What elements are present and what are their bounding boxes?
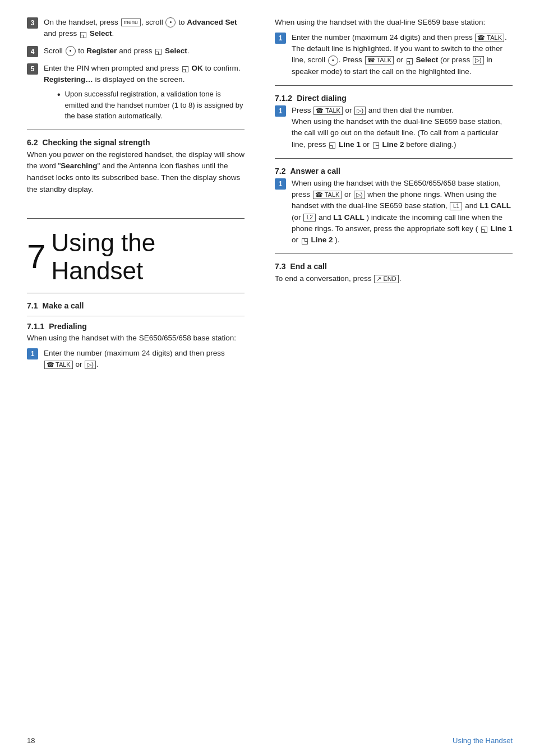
predialing-step-1: 1 Enter the number (maximum 24 digits) a… [27,348,245,371]
step1-or-text: or [75,360,82,368]
select-label-3: Select [90,29,112,38]
bullet-dot-1: • [57,89,61,101]
step-5: 5 Enter the PIN when prompted and press … [27,63,245,122]
scroll-icon: • [165,17,176,27]
step72-text5: ). [335,236,339,244]
step72-text3b: and [319,213,331,222]
step-4: 4 Scroll • to Register and press ◱ Selec… [27,45,245,57]
step4-and-text: and press [119,47,152,55]
softkey-left-icon-5: ◱ [182,64,189,72]
softkey-select-right: ◱ [406,57,413,64]
l1call-label-72: L1 CALL [480,201,511,210]
step4-scroll-text: Scroll [44,47,63,55]
section-72-title: Answer a call [290,167,340,176]
talk-icon-72: ☎ TALK [313,191,342,199]
step712-body2: before dialing.) [406,140,456,149]
scroll-icon-4: • [66,46,76,56]
advanced-set-label: Advanced Set [187,18,237,26]
talk-icon-right: ☎ TALK [475,34,504,42]
right-step1-text4: (or press [440,56,470,64]
footer: 18 Using the Handset [0,736,535,745]
step3-pre-text: On the handset, press [44,18,118,26]
step712-or: or [345,106,352,114]
right-step1-or: or [396,56,403,64]
section-72-number: 7.2 [275,167,285,176]
step5-enter-text: Enter the PIN when prompted and press [44,64,179,72]
line2-label-72: Line 2 [311,236,333,244]
answer-step-1-badge: 1 [275,178,286,190]
step3-mid-text: to [178,18,185,26]
divider-4 [27,316,245,316]
section-73: 7.3 End a call To end a conversation, pr… [275,262,513,285]
right-predialing-intro: When using the handset with the dual-lin… [275,17,513,29]
talk-icon-left: ☎ TALK [44,361,73,369]
section-71-header: 7.1 Make a call [27,301,245,310]
footer-section-title: Using the Handset [453,736,513,745]
speaker-icon-712: ▷) [354,107,366,115]
softkey-line1-712: ◱ [329,141,336,149]
section-62-title: Checking the signal strength [42,138,150,147]
softkey-left-icon: ◱ [80,30,87,38]
ok-label: OK [191,64,202,72]
select-right: Select [416,56,438,64]
section-712: 7.1.2 Direct dialing 1 Press ☎ TALK or ▷… [275,94,513,150]
step72-or2: (or [292,213,301,222]
section-712-title: Direct dialing [297,94,347,103]
softkey-line2-712: ◰ [372,141,380,149]
chapter-7-title: Using the Handset [51,229,245,285]
section-711-number: 7.1.1 [27,322,44,331]
register-label: Register [86,47,117,55]
step5-confirm-text: to confirm. [205,64,240,72]
section-72-header: 7.2 Answer a call [275,167,513,176]
section-62: 6.2 Checking the signal strength When yo… [27,138,245,196]
talk-icon-712: ☎ TALK [313,107,343,115]
right-step1-text3: Press [343,56,362,64]
bullet-text-1: Upon successful registration, a validati… [65,89,245,122]
step-5-badge: 5 [27,63,38,75]
line1-label-712: Line 1 [339,140,361,149]
predialing-step-1-badge: 1 [27,348,38,359]
direct-dial-step-1-content: Press ☎ TALK or ▷) and then dial the num… [292,105,513,150]
section-71: 7.1 Make a call [27,301,245,310]
step-4-content: Scroll • to Register and press ◱ Select. [44,45,245,57]
page-number: 18 [27,736,35,745]
menu-icon: menu [121,19,141,26]
step-3-badge: 3 [27,17,38,29]
page: 3 On the handset, press menu, scroll • t… [0,0,535,756]
section-711-body: When using the handset with the SE650/65… [27,333,245,344]
step3-and-text: and press [44,29,77,38]
scroll-icon-right: • [328,56,338,66]
direct-dial-step-1-badge: 1 [275,105,286,117]
right-step1-content: Enter the number (maximum 24 digits) and… [292,32,513,77]
divider-right-1 [275,85,513,86]
chapter-7-number: 7 [27,240,45,274]
section-711-title: Predialing [49,322,87,331]
speaker-icon-left: ▷) [85,361,96,369]
step5-displayed-text: is displayed on the screen. [95,75,185,84]
section-711: 7.1.1 Predialing When using the handset … [27,322,245,370]
end-icon-73: ↗ END [374,275,398,283]
divider-right-3 [275,253,513,254]
step-5-content: Enter the PIN when prompted and press ◱ … [44,63,245,122]
predialing-step-1-content: Enter the number (maximum 24 digits) and… [44,348,245,371]
left-column: 3 On the handset, press menu, scroll • t… [0,0,258,756]
l1call-label-72b: L1 CALL [333,213,365,222]
divider-2 [27,218,245,219]
section-62-body: When you power on the registered handset… [27,149,245,196]
bullet-item-1: • Upon successful registration, a valida… [57,89,245,122]
step712-or2: or [363,140,370,149]
line2-label-712: Line 2 [382,140,404,149]
step72-text3: and [465,201,478,210]
step712-text2: and then dial the number. [368,106,454,114]
direct-dial-step-1: 1 Press ☎ TALK or ▷) and then dial the n… [275,105,513,150]
step-3-content: On the handset, press menu, scroll • to … [44,17,245,40]
section-72: 7.2 Answer a call 1 When using the hands… [275,167,513,246]
step73-text: To end a conversation, press [275,274,372,283]
divider-1 [27,130,245,130]
section-712-number: 7.1.2 [275,94,292,103]
step4-to-text: to [78,47,84,55]
step712-text1: Press [292,106,311,114]
right-step1-badge: 1 [275,33,286,44]
section-73-body: To end a conversation, press ↗ END. [275,273,513,285]
right-step1-text1: Enter the number (maximum 24 digits) and… [292,33,473,42]
